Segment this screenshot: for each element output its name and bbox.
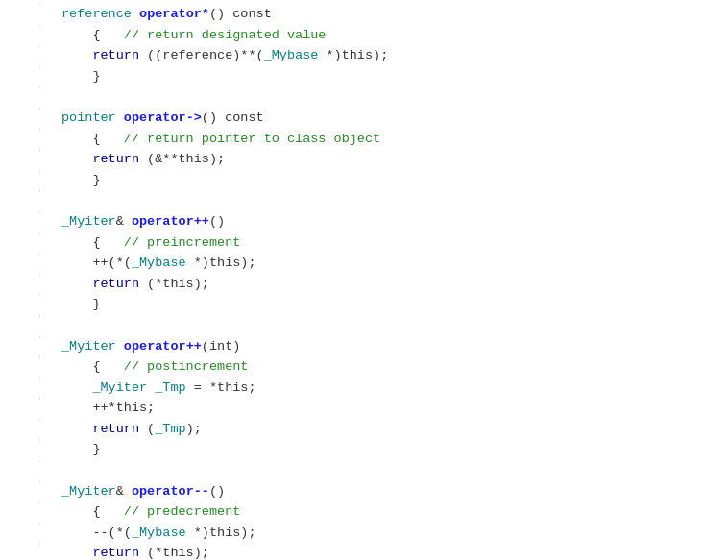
code-line: { // preincrement xyxy=(0,232,728,254)
code-line: ++*this; xyxy=(0,398,728,419)
code-line: return (&**this); xyxy=(0,149,728,170)
code-line: _Myiter& operator++() xyxy=(0,211,728,232)
code-container: reference operator*() const { // return … xyxy=(0,0,728,560)
code-line: } xyxy=(0,294,728,315)
blank-line xyxy=(0,86,728,108)
code-line: return (_Tmp); xyxy=(0,419,728,440)
code-line: return (*this); xyxy=(0,274,728,295)
code-line: return (*this); xyxy=(0,543,728,560)
code-line: } xyxy=(0,439,728,460)
code-line: { // return pointer to class object xyxy=(0,129,728,150)
code-line: { // predecrement xyxy=(0,501,728,523)
code-body: reference operator*() const { // return … xyxy=(0,4,728,560)
code-line: --(*(_Mybase *)this); xyxy=(0,523,728,544)
code-line: _Myiter operator++(int) xyxy=(0,336,728,357)
code-line: ++(*(_Mybase *)this); xyxy=(0,253,728,274)
code-line: } xyxy=(0,66,728,87)
code-line: _Myiter _Tmp = *this; xyxy=(0,377,728,399)
code-line: reference operator*() const xyxy=(0,4,728,25)
blank-line xyxy=(0,190,728,211)
blank-line xyxy=(0,460,728,481)
code-line: _Myiter& operator--() xyxy=(0,481,728,502)
code-line: pointer operator->() const xyxy=(0,108,728,129)
code-line: return ((reference)**(_Mybase *)this); xyxy=(0,45,728,66)
code-line: { // return designated value xyxy=(0,25,728,46)
code-line: } xyxy=(0,170,728,191)
blank-line xyxy=(0,315,728,336)
code-line: { // postincrement xyxy=(0,356,728,377)
